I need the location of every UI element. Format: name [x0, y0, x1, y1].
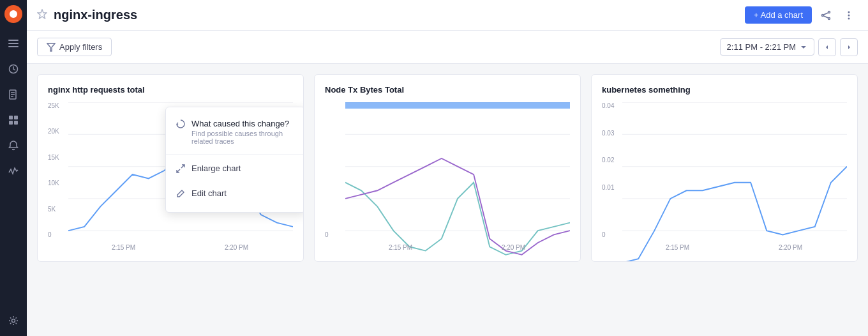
filter-label: Apply filters	[59, 42, 102, 52]
svg-point-13	[12, 319, 15, 323]
svg-point-0	[10, 10, 17, 18]
edit-chart-menu-item[interactable]: Edit chart	[166, 182, 304, 207]
apply-filters-button[interactable]: Apply filters	[37, 38, 112, 56]
chart-title-1: nginx http requests total	[48, 85, 293, 95]
charts-area: nginx http requests total 25K 20K 15K 10…	[27, 64, 868, 272]
svg-rect-12	[14, 121, 18, 125]
sidebar	[0, 0, 27, 336]
svg-rect-38	[345, 102, 570, 109]
header-actions: + Add a chart	[745, 6, 858, 24]
svg-line-31	[177, 169, 180, 172]
chart-body-2: 0 2:15 PM 2:	[325, 102, 570, 251]
edit-icon	[176, 189, 185, 201]
svg-marker-14	[38, 10, 47, 19]
svg-rect-1	[8, 40, 19, 41]
sidebar-bell-icon[interactable]	[3, 135, 24, 156]
toolbar: Apply filters 2:11 PM - 2:21 PM	[27, 31, 868, 64]
enlarge-chart-label: Enlarge chart	[191, 164, 241, 173]
svg-line-19	[824, 16, 828, 18]
page-title: nginx-ingress	[54, 8, 137, 22]
context-menu: What caused this change? Find possible c…	[165, 107, 304, 213]
next-time-button[interactable]	[840, 38, 858, 56]
svg-point-22	[848, 17, 850, 19]
chart-title-3: kubernetes something	[602, 85, 847, 95]
menu-divider-1	[166, 154, 304, 155]
prev-time-button[interactable]	[818, 38, 836, 56]
chart-panel-1: nginx http requests total 25K 20K 15K 10…	[37, 74, 304, 262]
svg-rect-9	[9, 116, 13, 119]
x-axis-2: 2:15 PM 2:20 PM	[344, 244, 570, 251]
edit-chart-label: Edit chart	[191, 188, 227, 198]
svg-rect-11	[9, 121, 13, 125]
svg-rect-3	[8, 46, 19, 47]
time-range-control: 2:11 PM - 2:21 PM	[720, 38, 858, 56]
x-axis-3: 2:15 PM 2:20 PM	[621, 244, 847, 251]
more-options-button[interactable]	[840, 8, 858, 23]
cause-change-icon	[176, 119, 185, 131]
svg-rect-10	[14, 116, 18, 119]
svg-point-20	[848, 11, 850, 13]
sidebar-activity-icon[interactable]	[3, 161, 24, 181]
svg-point-16	[822, 14, 824, 16]
y-axis-2: 0	[325, 102, 344, 238]
svg-point-15	[828, 11, 830, 13]
app-logo[interactable]	[4, 5, 22, 23]
star-icon[interactable]	[37, 9, 47, 22]
chart-svg-3	[622, 102, 847, 262]
svg-point-17	[828, 17, 830, 19]
sidebar-clock-icon[interactable]	[3, 59, 24, 79]
add-chart-button[interactable]: + Add a chart	[745, 6, 812, 24]
chart-panel-2: Node Tx Bytes Total 0	[314, 74, 581, 262]
chart-panel-3: kubernetes something 0.04 0.03 0.02 0.01…	[591, 74, 858, 262]
chart-title-2: Node Tx Bytes Total	[325, 85, 570, 95]
cause-change-text: What caused this change? Find possible c…	[191, 119, 295, 145]
bottom-area	[27, 272, 868, 336]
svg-point-21	[848, 14, 850, 16]
svg-line-30	[181, 165, 184, 168]
chart-body-3: 0.04 0.03 0.02 0.01 0	[602, 102, 847, 251]
enlarge-chart-menu-item[interactable]: Enlarge chart	[166, 157, 304, 182]
cause-change-menu-item[interactable]: What caused this change? Find possible c…	[166, 112, 304, 151]
sidebar-menu-icon[interactable]	[3, 33, 24, 54]
svg-line-18	[824, 13, 828, 15]
main-content: nginx-ingress + Add a chart Apply filter…	[27, 0, 868, 336]
share-button[interactable]	[817, 8, 835, 23]
sidebar-settings-icon[interactable]	[3, 310, 24, 331]
svg-marker-23	[47, 43, 55, 51]
y-axis-1: 25K 20K 15K 10K 5K 0	[48, 102, 67, 238]
enlarge-icon	[176, 164, 185, 176]
x-axis-1: 2:15 PM 2:20 PM	[67, 244, 293, 251]
sidebar-grid-icon[interactable]	[3, 110, 24, 130]
cause-change-title: What caused this change?	[191, 119, 295, 128]
time-range-value: 2:11 PM - 2:21 PM	[727, 42, 796, 52]
time-display[interactable]: 2:11 PM - 2:21 PM	[720, 38, 814, 56]
sidebar-docs-icon[interactable]	[3, 84, 24, 105]
header: nginx-ingress + Add a chart	[27, 0, 868, 31]
chart-svg-2	[345, 102, 570, 262]
y-axis-3: 0.04 0.03 0.02 0.01 0	[602, 102, 621, 238]
cause-change-subtitle: Find possible causes through related tra…	[191, 130, 295, 145]
svg-rect-2	[8, 43, 19, 44]
